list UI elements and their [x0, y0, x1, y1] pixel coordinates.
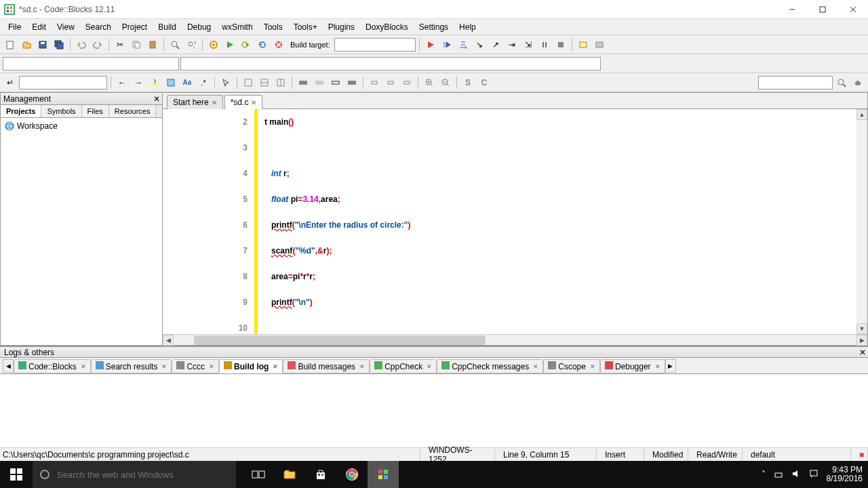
run-icon[interactable] [222, 37, 237, 52]
new-file-icon[interactable] [3, 37, 18, 52]
step-into-icon[interactable]: ↘ [472, 37, 487, 52]
logs-tab-close-icon[interactable]: ✕ [273, 363, 278, 370]
return-icon[interactable] [383, 75, 398, 90]
break-toggle-icon[interactable] [367, 75, 382, 90]
stop-icon[interactable] [553, 37, 568, 52]
menu-tools+[interactable]: Tools+ [288, 20, 323, 34]
logs-tab[interactable]: Build messages✕ [283, 359, 370, 373]
debug-run-icon[interactable] [423, 37, 438, 52]
next-instr-icon[interactable]: ⇥ [505, 37, 519, 52]
save-all-icon[interactable] [52, 37, 66, 52]
tray-volume-icon[interactable] [787, 469, 805, 481]
menu-doxyblocks[interactable]: DoxyBlocks [360, 20, 414, 34]
menu-help[interactable]: Help [454, 20, 481, 34]
menu-build[interactable]: Build [153, 20, 182, 34]
logs-tab[interactable]: Build log✕ [219, 359, 283, 373]
logs-tab-close-icon[interactable]: ✕ [427, 363, 432, 370]
file-explorer-icon[interactable] [274, 461, 305, 488]
logs-tab[interactable]: Cscope✕ [543, 359, 600, 373]
logs-tab[interactable]: CppCheck✕ [370, 359, 437, 373]
forward-icon[interactable]: → [131, 75, 146, 90]
undo-icon[interactable] [74, 37, 89, 52]
scroll-left-icon[interactable]: ◀ [163, 335, 174, 346]
toggle-1-icon[interactable] [296, 75, 311, 90]
chrome-icon[interactable] [336, 461, 368, 488]
find-icon[interactable] [167, 37, 182, 52]
logs-tab[interactable]: Code::Blocks✕ [14, 359, 91, 373]
menu-plugins[interactable]: Plugins [323, 20, 360, 34]
logs-tab-close-icon[interactable]: ✕ [590, 363, 595, 370]
logs-close-icon[interactable]: ✕ [857, 348, 868, 357]
toggle-3-icon[interactable] [328, 75, 343, 90]
replace-icon[interactable] [184, 37, 199, 52]
step-instr-icon[interactable]: ⇲ [521, 37, 536, 52]
logs-nav-right-icon[interactable]: ▶ [665, 359, 676, 373]
menu-project[interactable]: Project [117, 20, 153, 34]
logs-tab-close-icon[interactable]: ✕ [359, 363, 365, 370]
menu-wxsmith[interactable]: wxSmith [216, 20, 258, 34]
next-line-icon[interactable] [456, 37, 471, 52]
logs-tab-close-icon[interactable]: ✕ [161, 363, 167, 370]
cut-icon[interactable]: ✂ [113, 37, 127, 52]
editor-tab[interactable]: Start here✕ [167, 95, 223, 109]
rebuild-icon[interactable] [255, 37, 270, 52]
store-icon[interactable] [305, 461, 336, 488]
break-icon[interactable] [537, 37, 552, 52]
symbol-dropdown[interactable] [180, 57, 601, 70]
codeblocks-icon[interactable] [368, 461, 399, 488]
abort-icon[interactable] [271, 37, 286, 52]
step-out-icon[interactable]: ↗ [488, 37, 503, 52]
logs-nav-left-icon[interactable]: ◀ [3, 359, 14, 373]
logs-tab[interactable]: Cccc✕ [172, 359, 219, 373]
tray-network-icon[interactable] [770, 469, 787, 481]
zoom-out-icon[interactable] [438, 75, 453, 90]
info-icon[interactable] [592, 37, 607, 52]
jump-input[interactable] [19, 76, 107, 89]
scroll-up-icon[interactable]: ▲ [856, 109, 867, 120]
toggle-2-icon[interactable] [312, 75, 327, 90]
continue-icon[interactable] [399, 75, 414, 90]
menu-settings[interactable]: Settings [414, 20, 454, 34]
scope-dropdown[interactable] [3, 57, 179, 70]
logs-tab[interactable]: CppCheck messages✕ [437, 359, 543, 373]
minimize-button[interactable] [776, 0, 807, 19]
mgmt-tab-projects[interactable]: Projects [1, 105, 41, 117]
select-icon[interactable] [218, 75, 233, 90]
scroll-right-icon[interactable]: ▶ [856, 335, 867, 346]
start-button[interactable] [0, 461, 33, 488]
build-target-dropdown[interactable] [334, 38, 416, 52]
taskbar-search[interactable] [33, 461, 236, 488]
open-file-icon[interactable] [19, 37, 34, 52]
search-options-icon[interactable] [850, 75, 865, 90]
mgmt-tab-symbols[interactable]: Symbols [41, 105, 81, 117]
copy-icon[interactable] [129, 37, 144, 52]
block-2-icon[interactable] [257, 75, 272, 90]
mgmt-tab-files[interactable]: Files [82, 105, 109, 117]
paste-icon[interactable] [145, 37, 160, 52]
block-1-icon[interactable] [241, 75, 256, 90]
tab-close-icon[interactable]: ✕ [212, 99, 217, 106]
selection-icon[interactable] [163, 75, 178, 90]
close-button[interactable] [837, 0, 868, 19]
scroll-down-icon[interactable]: ▼ [856, 323, 867, 334]
build-run-icon[interactable] [239, 37, 254, 52]
text-aa-icon[interactable]: Aa [180, 75, 195, 90]
back-icon[interactable]: ← [115, 75, 130, 90]
logs-tab-close-icon[interactable]: ✕ [533, 363, 538, 370]
search-go-icon[interactable] [834, 75, 849, 90]
menu-debug[interactable]: Debug [182, 20, 216, 34]
menu-edit[interactable]: Edit [26, 20, 52, 34]
toggle-4-icon[interactable] [344, 75, 359, 90]
logs-tab-close-icon[interactable]: ✕ [209, 363, 214, 370]
zoom-in-icon[interactable] [422, 75, 437, 90]
source-s-icon[interactable]: S [460, 75, 475, 90]
menu-tools[interactable]: Tools [258, 20, 288, 34]
maximize-button[interactable] [807, 0, 837, 19]
menu-search[interactable]: Search [80, 20, 117, 34]
highlight-icon[interactable] [147, 75, 162, 90]
tray-chevron-icon[interactable]: ˄ [757, 470, 770, 479]
vertical-scrollbar[interactable]: ▲ ▼ [856, 109, 867, 334]
scroll-thumb[interactable] [194, 336, 486, 345]
block-3-icon[interactable] [273, 75, 288, 90]
horizontal-scrollbar[interactable]: ◀ ▶ [163, 334, 867, 345]
